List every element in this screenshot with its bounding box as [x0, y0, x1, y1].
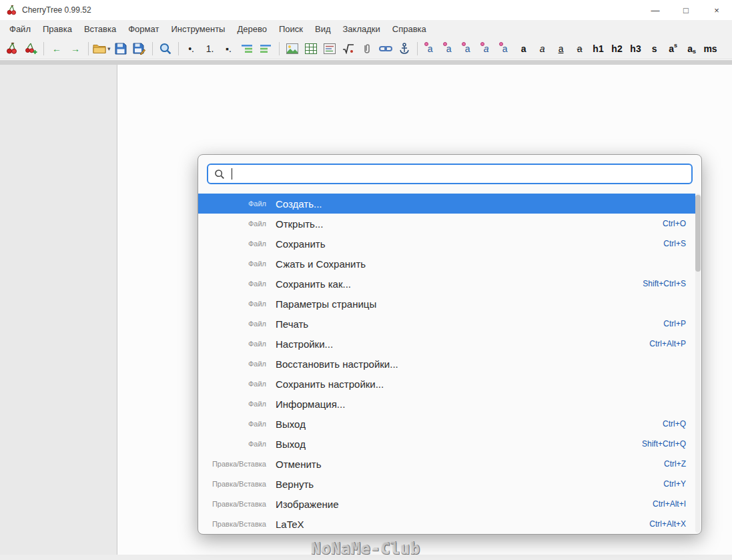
search-icon: [214, 168, 226, 180]
palette-item[interactable]: ФайлВыходCtrl+Q: [198, 414, 695, 434]
format-small-icon[interactable]: s: [646, 40, 663, 57]
format-color-foreground-icon-glyph: a: [465, 44, 470, 53]
monospace-icon[interactable]: ms: [702, 40, 719, 57]
palette-item-shortcut: Ctrl+Q: [663, 419, 691, 429]
window-title: CherryTree 0.99.52: [22, 5, 91, 15]
palette-scrollbar[interactable]: [695, 194, 701, 533]
close-button[interactable]: ×: [701, 0, 732, 20]
palette-item[interactable]: Правка/ВставкаLaTeXCtrl+Alt+X: [198, 514, 695, 534]
insert-anchor-icon[interactable]: [396, 40, 413, 57]
palette-search-input[interactable]: [207, 164, 693, 184]
palette-item-category: Правка/Вставка: [198, 480, 276, 488]
menu-item-search[interactable]: Поиск: [273, 21, 309, 37]
bullet-list-icon[interactable]: •.: [183, 40, 200, 57]
menu-item-tools[interactable]: Инструменты: [165, 21, 231, 37]
cherry-dot-decoration: [499, 42, 503, 46]
palette-item[interactable]: ФайлСохранить настройки...: [198, 374, 695, 394]
add-node-icon[interactable]: [3, 40, 21, 57]
toolbar: ←→▾•.1.▪.aaaaaaaaah1h2h3sasasms: [0, 38, 732, 59]
palette-item-category: Файл: [198, 280, 276, 288]
find-icon[interactable]: [157, 40, 174, 57]
palette-item[interactable]: ФайлНастройки...Ctrl+Alt+P: [198, 334, 695, 354]
palette-item-category: Файл: [198, 340, 276, 348]
menu-item-file[interactable]: Файл: [3, 21, 37, 37]
command-palette-dialog: ФайлСоздать...ФайлОткрыть...Ctrl+OФайлСо…: [198, 154, 702, 535]
go-back-icon[interactable]: ←: [48, 40, 65, 57]
open-file-icon[interactable]: ▾: [93, 40, 111, 57]
palette-item[interactable]: ФайлОткрыть...Ctrl+O: [198, 214, 695, 234]
palette-item-label: Информация...: [276, 398, 686, 410]
format-style-icon[interactable]: a: [496, 40, 514, 57]
superscript-icon[interactable]: as: [665, 40, 682, 57]
add-subnode-icon[interactable]: [22, 40, 39, 57]
palette-item[interactable]: ФайлСохранить как...Shift+Ctrl+S: [198, 274, 695, 294]
palette-item[interactable]: ФайлСоздать...: [198, 194, 695, 214]
palette-item-label: Выход: [276, 418, 663, 430]
palette-item-category: Правка/Вставка: [198, 520, 276, 528]
toolbar-separator: [279, 42, 280, 55]
format-color-background-icon[interactable]: a: [478, 40, 495, 57]
window-controls: — □ ×: [640, 0, 732, 20]
save-icon[interactable]: [112, 40, 129, 57]
palette-item[interactable]: ФайлПараметры страницы: [198, 294, 695, 314]
palette-item-category: Файл: [198, 440, 276, 448]
menu-item-help[interactable]: Справка: [386, 21, 432, 37]
insert-image-icon[interactable]: [284, 40, 301, 57]
menu-item-format[interactable]: Формат: [122, 21, 165, 37]
palette-item[interactable]: ФайлИнформация...: [198, 394, 695, 414]
insert-codebox-icon[interactable]: [321, 40, 338, 57]
palette-item[interactable]: Правка/ВставкаВернутьCtrl+Y: [198, 474, 695, 494]
insert-table-icon[interactable]: [302, 40, 320, 57]
palette-scrollbar-thumb[interactable]: [695, 195, 701, 272]
palette-item-category: Файл: [198, 260, 276, 268]
palette-item-shortcut: Ctrl+Alt+I: [653, 499, 691, 509]
numbered-list-icon[interactable]: 1.: [202, 40, 219, 57]
palette-item[interactable]: Правка/ВставкаОтменитьCtrl+Z: [198, 454, 695, 474]
heading-2-icon[interactable]: h2: [609, 40, 626, 57]
heading-3-icon-glyph: h3: [630, 44, 641, 53]
format-underline-icon[interactable]: a: [553, 40, 570, 57]
heading-1-icon-glyph: h1: [593, 44, 603, 53]
todo-list-icon[interactable]: ▪.: [220, 40, 238, 57]
indent-increase-icon[interactable]: [239, 40, 256, 57]
toolbar-shadow-strip: [0, 60, 732, 65]
menu-item-tree[interactable]: Дерево: [231, 21, 272, 37]
heading-3-icon[interactable]: h3: [627, 40, 645, 57]
save-as-icon[interactable]: [131, 40, 148, 57]
menu-item-bookmarks[interactable]: Закладки: [337, 21, 386, 37]
palette-item[interactable]: ФайлПечатьCtrl+P: [198, 314, 695, 334]
app-cherry-icon[interactable]: [6, 5, 17, 16]
format-color-foreground-icon[interactable]: a: [459, 40, 476, 57]
format-clear-icon[interactable]: a: [440, 40, 458, 57]
heading-1-icon[interactable]: h1: [590, 40, 607, 57]
menu-item-view[interactable]: Вид: [309, 21, 337, 37]
indent-decrease-icon[interactable]: [258, 40, 275, 57]
insert-math-icon[interactable]: [340, 40, 357, 57]
cherry-dot-decoration: [462, 42, 466, 46]
format-italic-icon[interactable]: a: [534, 40, 551, 57]
palette-item-label: LaTeX: [276, 519, 649, 530]
superscript-icon-glyph: a: [669, 44, 674, 53]
attach-file-icon[interactable]: [358, 40, 376, 57]
go-forward-icon[interactable]: →: [67, 40, 84, 57]
palette-item[interactable]: ФайлСжать и Сохранить: [198, 254, 695, 274]
titlebar: CherryTree 0.99.52 — □ ×: [0, 0, 732, 20]
minimize-button[interactable]: —: [640, 0, 671, 20]
menu-item-insert[interactable]: Вставка: [78, 21, 122, 37]
format-bold-icon[interactable]: a: [515, 40, 532, 57]
palette-item[interactable]: Правка/ВставкаИзображениеCtrl+Alt+I: [198, 494, 695, 514]
format-latest-icon[interactable]: a: [422, 40, 439, 57]
palette-item-shortcut: Ctrl+O: [663, 219, 691, 228]
maximize-button[interactable]: □: [671, 0, 701, 20]
format-strikethrough-icon[interactable]: a: [571, 40, 589, 57]
palette-item-shortcut: Ctrl+Alt+P: [649, 339, 691, 348]
menu-item-edit[interactable]: Правка: [37, 21, 78, 37]
tree-panel[interactable]: [0, 65, 117, 555]
subscript-icon[interactable]: as: [683, 40, 701, 57]
palette-item[interactable]: ФайлСохранитьCtrl+S: [198, 234, 695, 254]
palette-item[interactable]: ФайлВосстановить настройки...: [198, 354, 695, 374]
palette-item-label: Восстановить настройки...: [276, 358, 686, 370]
palette-item[interactable]: ФайлВыходShift+Ctrl+Q: [198, 434, 695, 454]
insert-link-icon[interactable]: [377, 40, 394, 57]
subscript-icon-glyph: a: [687, 44, 693, 53]
